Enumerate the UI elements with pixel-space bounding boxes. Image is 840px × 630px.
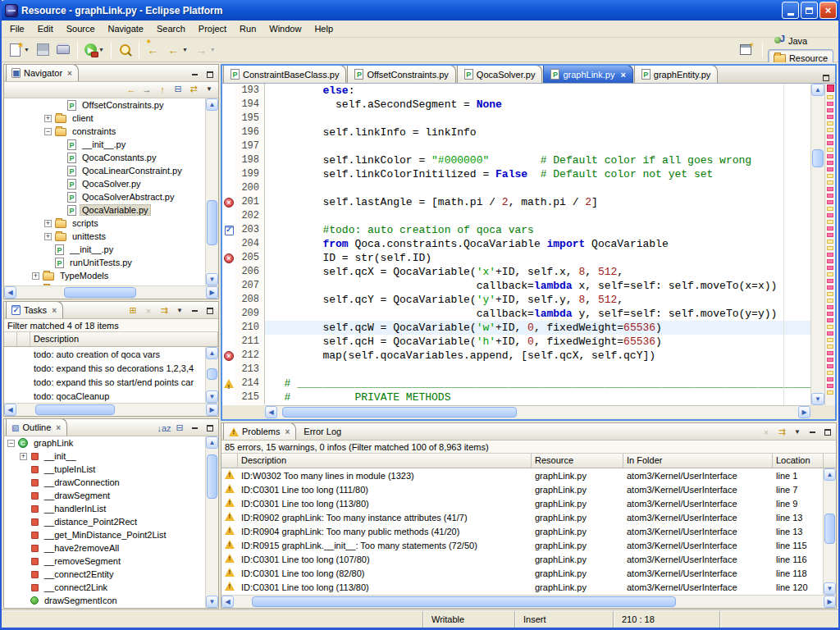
error-mark-icon[interactable]	[827, 200, 833, 204]
print-button[interactable]	[53, 40, 74, 59]
scroll-down-icon[interactable]: ▼	[824, 582, 836, 595]
new-task-icon[interactable]: ⊞	[126, 304, 139, 317]
delete-icon[interactable]: ×	[142, 304, 155, 317]
tasks-description-column[interactable]: Description	[30, 332, 218, 346]
warning-mark-icon[interactable]	[827, 299, 833, 303]
code-line-201[interactable]: ×201 self.lastAngle = [math.pi / 2, math…	[222, 195, 810, 209]
error-mark-icon[interactable]	[827, 187, 833, 191]
problem-row[interactable]: ID:C0301 Line too long (82/80)graphLink.…	[221, 566, 823, 580]
code-line-211[interactable]: 211 self.qcH = QocaVariable('h'+ID, 0, f…	[222, 335, 810, 349]
outline-item[interactable]: __connect2Entity	[4, 568, 205, 581]
warning-mark-icon[interactable]	[827, 338, 833, 342]
maximize-button[interactable]	[203, 422, 216, 433]
outline-item[interactable]: __distance_Point2Rect	[4, 515, 205, 528]
problems-column-location[interactable]: Location	[773, 454, 824, 468]
menu-run[interactable]: Run	[233, 21, 262, 36]
navigator-item[interactable]: POffsetConstraints.py	[4, 98, 205, 112]
menu-window[interactable]: Window	[262, 21, 308, 36]
tasks-vscrollbar[interactable]: ▲ ▼	[205, 347, 218, 403]
code-line-202[interactable]: 202	[222, 209, 810, 223]
code-line-204[interactable]: 204 from Qoca.constraints.QocaVariable i…	[222, 237, 810, 251]
close-icon[interactable]: ×	[56, 423, 61, 432]
collapse-icon[interactable]: −	[44, 128, 52, 135]
warning-mark-icon[interactable]	[827, 272, 833, 276]
warning-mark-icon[interactable]	[827, 325, 833, 329]
task-row[interactable]: todo: auto creation of qoca vars	[4, 347, 205, 361]
new-wizard-button[interactable]: ▼	[5, 40, 33, 59]
error-mark-icon[interactable]	[827, 161, 833, 165]
collapse-all-icon[interactable]: ⊟	[171, 83, 185, 95]
sort-icon[interactable]: ↓az	[158, 422, 171, 434]
minimize-button[interactable]	[189, 422, 201, 433]
titlebar[interactable]: Resource - graphLink.py - Eclipse Platfo…	[0, 0, 840, 21]
forward-icon[interactable]: →	[140, 83, 153, 95]
warning-mark-icon[interactable]	[827, 180, 833, 185]
dropdown-arrow-icon[interactable]: ▼	[24, 47, 30, 52]
scroll-left-icon[interactable]: ◀	[265, 406, 277, 418]
expand-icon[interactable]: +	[32, 285, 39, 286]
filter-icon[interactable]: ⇉	[775, 426, 788, 438]
error-mark-icon[interactable]	[827, 259, 833, 263]
error-mark-icon[interactable]	[827, 384, 833, 388]
problems-tab-Problems[interactable]: Problems×	[223, 422, 296, 440]
view-menu-icon[interactable]: ▼	[203, 83, 216, 95]
error-mark-icon[interactable]	[827, 115, 833, 119]
code-line-198[interactable]: 198 self.linkColor = "#000000" # Default…	[222, 153, 810, 167]
code-line-207[interactable]: 207 callback=lambda x, self=self: self.m…	[222, 279, 810, 293]
menu-source[interactable]: Source	[60, 21, 102, 36]
editor-tab-graphLink-py[interactable]: PgraphLink.py×	[543, 65, 632, 83]
code-line-210[interactable]: 210 self.qcW = QocaVariable('w'+ID, 0, f…	[222, 321, 810, 335]
scroll-up-icon[interactable]: ▲	[824, 468, 836, 481]
scroll-up-icon[interactable]: ▲	[811, 84, 824, 96]
editor-tab-OffsetConstraints-py[interactable]: POffsetConstraints.py	[347, 65, 455, 83]
close-icon[interactable]: ×	[52, 306, 57, 315]
warning-mark-icon[interactable]	[827, 345, 833, 349]
outline-item[interactable]: __connect2Link	[4, 581, 205, 594]
warning-mark-icon[interactable]	[827, 121, 833, 126]
problem-row[interactable]: ID:R0904 graphLink: Too many public meth…	[221, 524, 823, 538]
link-with-editor-icon[interactable]: ⇄	[187, 83, 200, 95]
error-mark-icon[interactable]	[827, 305, 833, 309]
code-line-214[interactable]: 214 # __________________________________…	[222, 377, 810, 390]
scroll-left-icon[interactable]: ◀	[221, 596, 234, 608]
code-line-200[interactable]: 200	[222, 181, 810, 195]
navigator-item[interactable]: PQocaLinearConstraint.py	[4, 164, 205, 177]
expand-icon[interactable]: +	[32, 272, 39, 280]
navigator-item[interactable]: PQocaSolver.py	[4, 177, 205, 190]
overview-ruler[interactable]	[824, 84, 835, 405]
back-button[interactable]: ←▼	[163, 40, 191, 59]
code-line-212[interactable]: ×212 map(self.qocaVariables.append, [sel…	[222, 349, 810, 363]
problem-row[interactable]: ID:W0302 Too many lines in module (1323)…	[221, 468, 823, 482]
problem-row[interactable]: ID:C0301 Line too long (107/80)graphLink…	[221, 552, 823, 566]
code-line-205[interactable]: ×205 ID = str(self.ID)	[222, 251, 810, 265]
error-mark-icon[interactable]	[827, 279, 833, 283]
back-icon[interactable]: ←	[125, 83, 138, 95]
code-line-199[interactable]: 199 self.linkColorInitilized = False # D…	[222, 167, 810, 181]
warning-mark-icon[interactable]	[827, 95, 833, 99]
scroll-right-icon[interactable]: ▶	[824, 596, 836, 608]
error-mark-icon[interactable]	[827, 102, 833, 106]
outline-item[interactable]: __drawSegment	[4, 489, 205, 502]
navigator-item[interactable]: P__init__.py	[4, 243, 205, 256]
navigator-item[interactable]: P__init__.py	[4, 138, 205, 151]
warning-mark-icon[interactable]	[827, 390, 833, 395]
open-perspective-button[interactable]	[734, 41, 757, 58]
code-line-208[interactable]: 208 self.qcY = QocaVariable('y'+ID, self…	[222, 293, 810, 307]
collapse-all-icon[interactable]: ⊟	[173, 422, 186, 434]
forward-button[interactable]: →▼	[191, 40, 219, 59]
outline-item[interactable]: __have2removeAll	[4, 541, 205, 555]
search-button[interactable]	[115, 40, 135, 59]
code-editor[interactable]: 193 else:194 self.aSecondSegment = None1…	[222, 84, 810, 405]
navigator-item[interactable]: +TypeModels	[4, 269, 205, 282]
scroll-down-icon[interactable]: ▼	[206, 390, 218, 403]
expand-icon[interactable]: +	[44, 233, 52, 240]
minimize-button[interactable]	[189, 69, 201, 80]
code-line-206[interactable]: 206 self.qcX = QocaVariable('x'+ID, self…	[222, 265, 810, 279]
navigator-item[interactable]: PQocaSolverAbstract.py	[4, 190, 205, 203]
navigator-vscrollbar[interactable]: ▲ ▼	[205, 98, 218, 285]
error-mark-icon[interactable]	[827, 108, 833, 112]
outline-item[interactable]: __handlerInList	[4, 502, 205, 515]
error-mark-icon[interactable]	[827, 167, 833, 171]
up-icon[interactable]: ↑	[156, 83, 169, 95]
outline-item[interactable]: __removeSegment	[4, 555, 205, 568]
